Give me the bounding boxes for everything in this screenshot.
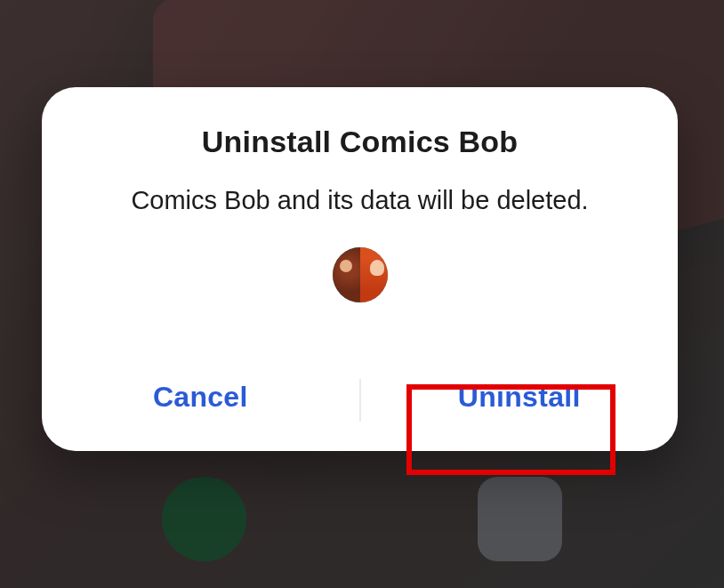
dialog-message: Comics Bob and its data will be deleted. (104, 186, 615, 215)
app-icon (333, 247, 388, 302)
uninstall-button[interactable]: Uninstall (361, 349, 679, 451)
uninstall-dialog: Uninstall Comics Bob Comics Bob and its … (42, 87, 678, 451)
cancel-button[interactable]: Cancel (42, 349, 359, 451)
dialog-button-row: Cancel Uninstall (42, 349, 678, 451)
dialog-title: Uninstall Comics Bob (202, 125, 518, 159)
